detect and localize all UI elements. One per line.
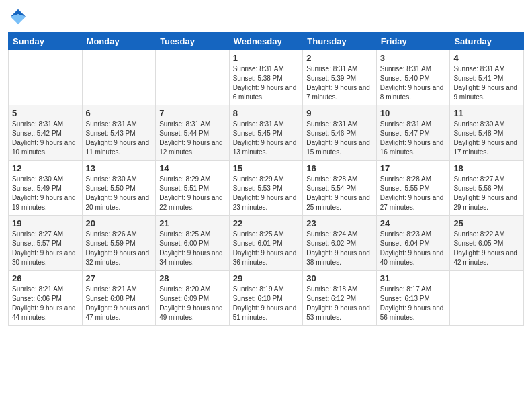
day-number: 19 [12,218,79,228]
calendar-table: SundayMondayTuesdayWednesdayThursdayFrid… [8,32,524,326]
day-info: Sunrise: 8:31 AM Sunset: 5:44 PM Dayligh… [159,120,226,157]
calendar-cell: 12Sunrise: 8:30 AM Sunset: 5:49 PM Dayli… [9,161,83,216]
day-number: 1 [233,53,300,63]
calendar-cell: 10Sunrise: 8:31 AM Sunset: 5:47 PM Dayli… [376,105,450,161]
calendar-cell: 20Sunrise: 8:26 AM Sunset: 5:59 PM Dayli… [82,216,156,271]
calendar-cell: 22Sunrise: 8:25 AM Sunset: 6:01 PM Dayli… [229,216,303,271]
calendar-cell: 27Sunrise: 8:21 AM Sunset: 6:08 PM Dayli… [82,271,156,326]
day-number: 14 [159,163,226,173]
day-number: 22 [233,218,300,228]
day-info: Sunrise: 8:26 AM Sunset: 5:59 PM Dayligh… [86,230,152,267]
calendar-cell: 24Sunrise: 8:23 AM Sunset: 6:04 PM Dayli… [376,216,450,271]
day-info: Sunrise: 8:17 AM Sunset: 6:13 PM Dayligh… [380,285,447,322]
weekday-header: Tuesday [156,33,230,50]
day-number: 25 [453,218,520,228]
page-container: SundayMondayTuesdayWednesdayThursdayFrid… [0,0,532,331]
day-number: 5 [12,108,79,118]
calendar-cell: 6Sunrise: 8:31 AM Sunset: 5:43 PM Daylig… [82,105,156,161]
day-number: 30 [306,273,373,283]
day-info: Sunrise: 8:30 AM Sunset: 5:49 PM Dayligh… [12,175,79,212]
day-info: Sunrise: 8:27 AM Sunset: 5:56 PM Dayligh… [453,175,520,212]
day-number: 15 [233,163,300,173]
day-info: Sunrise: 8:31 AM Sunset: 5:38 PM Dayligh… [233,64,300,102]
day-info: Sunrise: 8:23 AM Sunset: 6:04 PM Dayligh… [380,230,447,267]
calendar-cell: 31Sunrise: 8:17 AM Sunset: 6:13 PM Dayli… [376,271,450,326]
day-info: Sunrise: 8:24 AM Sunset: 6:02 PM Dayligh… [306,230,373,267]
day-info: Sunrise: 8:31 AM Sunset: 5:42 PM Dayligh… [12,120,79,157]
day-info: Sunrise: 8:20 AM Sunset: 6:09 PM Dayligh… [159,285,226,322]
day-info: Sunrise: 8:28 AM Sunset: 5:55 PM Dayligh… [380,175,447,212]
day-info: Sunrise: 8:30 AM Sunset: 5:50 PM Dayligh… [86,175,152,212]
day-info: Sunrise: 8:21 AM Sunset: 6:06 PM Dayligh… [12,285,79,322]
calendar-cell: 21Sunrise: 8:25 AM Sunset: 6:00 PM Dayli… [156,216,230,271]
weekday-header: Wednesday [229,33,303,50]
day-number: 9 [306,108,373,118]
day-info: Sunrise: 8:19 AM Sunset: 6:10 PM Dayligh… [233,285,300,322]
weekday-header: Sunday [9,33,83,50]
calendar-cell: 1Sunrise: 8:31 AM Sunset: 5:38 PM Daylig… [229,50,303,105]
calendar-cell: 15Sunrise: 8:29 AM Sunset: 5:53 PM Dayli… [229,161,303,216]
day-info: Sunrise: 8:31 AM Sunset: 5:47 PM Dayligh… [380,120,447,157]
day-info: Sunrise: 8:31 AM Sunset: 5:40 PM Dayligh… [380,64,447,102]
calendar-cell: 3Sunrise: 8:31 AM Sunset: 5:40 PM Daylig… [376,50,450,105]
logo-icon [8,7,28,27]
calendar-cell: 13Sunrise: 8:30 AM Sunset: 5:50 PM Dayli… [82,161,156,216]
calendar-cell: 19Sunrise: 8:27 AM Sunset: 5:57 PM Dayli… [9,216,83,271]
calendar-cell: 9Sunrise: 8:31 AM Sunset: 5:46 PM Daylig… [303,105,377,161]
day-number: 11 [453,108,520,118]
day-number: 31 [380,273,447,283]
day-info: Sunrise: 8:29 AM Sunset: 5:53 PM Dayligh… [233,175,300,212]
day-info: Sunrise: 8:31 AM Sunset: 5:39 PM Dayligh… [306,64,373,102]
day-number: 8 [233,108,300,118]
calendar-cell: 29Sunrise: 8:19 AM Sunset: 6:10 PM Dayli… [229,271,303,326]
calendar-cell [9,50,83,105]
day-number: 27 [86,273,152,283]
weekday-header: Saturday [450,33,524,50]
day-number: 21 [159,218,226,228]
calendar-cell: 8Sunrise: 8:31 AM Sunset: 5:45 PM Daylig… [229,105,303,161]
day-number: 10 [380,108,447,118]
day-number: 17 [380,163,447,173]
day-number: 13 [86,163,152,173]
day-number: 4 [453,53,520,63]
day-info: Sunrise: 8:25 AM Sunset: 6:00 PM Dayligh… [159,230,226,267]
calendar-cell: 16Sunrise: 8:28 AM Sunset: 5:54 PM Dayli… [303,161,377,216]
calendar-cell: 17Sunrise: 8:28 AM Sunset: 5:55 PM Dayli… [376,161,450,216]
calendar-week-row: 26Sunrise: 8:21 AM Sunset: 6:06 PM Dayli… [9,271,524,326]
calendar-cell: 23Sunrise: 8:24 AM Sunset: 6:02 PM Dayli… [303,216,377,271]
calendar-cell [156,50,230,105]
calendar-cell: 2Sunrise: 8:31 AM Sunset: 5:39 PM Daylig… [303,50,377,105]
calendar-week-row: 19Sunrise: 8:27 AM Sunset: 5:57 PM Dayli… [9,216,524,271]
calendar-cell: 5Sunrise: 8:31 AM Sunset: 5:42 PM Daylig… [9,105,83,161]
day-number: 18 [453,163,520,173]
calendar-cell: 11Sunrise: 8:30 AM Sunset: 5:48 PM Dayli… [450,105,524,161]
day-info: Sunrise: 8:28 AM Sunset: 5:54 PM Dayligh… [306,175,373,212]
day-info: Sunrise: 8:21 AM Sunset: 6:08 PM Dayligh… [86,285,152,322]
weekday-header: Thursday [303,33,377,50]
day-number: 7 [159,108,226,118]
day-info: Sunrise: 8:22 AM Sunset: 6:05 PM Dayligh… [453,230,520,267]
calendar-cell: 30Sunrise: 8:18 AM Sunset: 6:12 PM Dayli… [303,271,377,326]
calendar-cell: 14Sunrise: 8:29 AM Sunset: 5:51 PM Dayli… [156,161,230,216]
day-info: Sunrise: 8:18 AM Sunset: 6:12 PM Dayligh… [306,285,373,322]
calendar-week-row: 12Sunrise: 8:30 AM Sunset: 5:49 PM Dayli… [9,161,524,216]
day-number: 26 [12,273,79,283]
calendar-header-row: SundayMondayTuesdayWednesdayThursdayFrid… [9,33,524,50]
calendar-cell [450,271,524,326]
calendar-cell: 4Sunrise: 8:31 AM Sunset: 5:41 PM Daylig… [450,50,524,105]
day-info: Sunrise: 8:25 AM Sunset: 6:01 PM Dayligh… [233,230,300,267]
weekday-header: Monday [82,33,156,50]
day-number: 24 [380,218,447,228]
day-number: 28 [159,273,226,283]
calendar-cell: 18Sunrise: 8:27 AM Sunset: 5:56 PM Dayli… [450,161,524,216]
calendar-week-row: 5Sunrise: 8:31 AM Sunset: 5:42 PM Daylig… [9,105,524,161]
calendar-cell: 26Sunrise: 8:21 AM Sunset: 6:06 PM Dayli… [9,271,83,326]
page-header [8,7,524,27]
day-number: 23 [306,218,373,228]
day-info: Sunrise: 8:31 AM Sunset: 5:45 PM Dayligh… [233,120,300,157]
day-info: Sunrise: 8:29 AM Sunset: 5:51 PM Dayligh… [159,175,226,212]
calendar-week-row: 1Sunrise: 8:31 AM Sunset: 5:38 PM Daylig… [9,50,524,105]
day-info: Sunrise: 8:27 AM Sunset: 5:57 PM Dayligh… [12,230,79,267]
day-info: Sunrise: 8:31 AM Sunset: 5:46 PM Dayligh… [306,120,373,157]
day-number: 2 [306,53,373,63]
